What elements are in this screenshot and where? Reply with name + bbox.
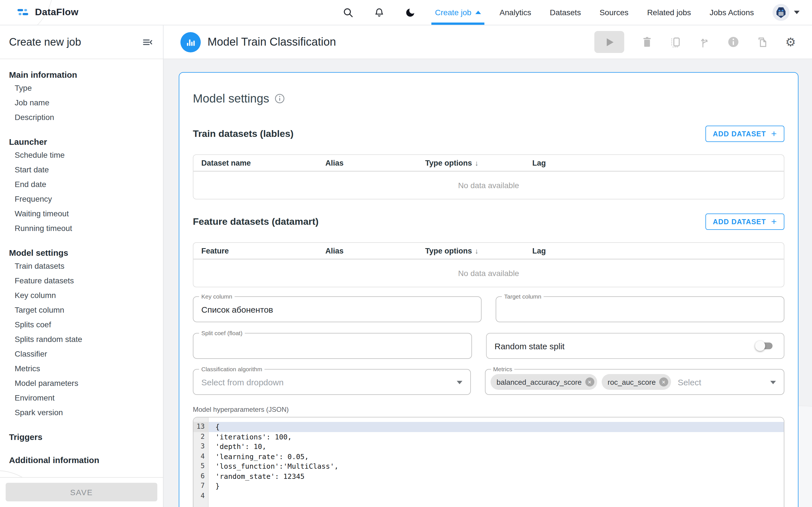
job-type-chart-icon	[181, 32, 201, 52]
remove-chip-icon[interactable]: ×	[585, 378, 594, 386]
sidebar-item-spark-version[interactable]: Spark version	[9, 405, 154, 420]
info-outline-icon[interactable]	[275, 94, 285, 104]
bell-icon[interactable]	[373, 6, 386, 18]
remove-chip-icon[interactable]: ×	[659, 378, 668, 386]
sidebar-item-feature-datasets[interactable]: Feature datasets	[9, 273, 154, 288]
tab-sources[interactable]: Sources	[599, 8, 628, 17]
json-code-editor[interactable]: 13 { 2 'iterations': 100, 3 'depth': 10,…	[193, 417, 784, 507]
moon-icon[interactable]	[404, 6, 416, 18]
metrics-placeholder: Select	[678, 377, 701, 387]
main-area: Model Train Classification	[163, 25, 812, 507]
top-navigation-bar: DataFlow Create job	[0, 0, 812, 25]
sidebar-item-running-timeout[interactable]: Running timeout	[9, 221, 154, 235]
code-line[interactable]: 4 'learning_rate': 0.05,	[193, 452, 784, 461]
save-button[interactable]: SAVE	[6, 483, 157, 501]
sort-descending-icon: ↓	[475, 246, 478, 255]
train-datasets-heading: Train datasets (lables)	[193, 128, 294, 139]
dropdown-caret-icon	[456, 381, 462, 384]
metrics-label: Metrics	[491, 365, 515, 372]
sidebar-item-start-date[interactable]: Start date	[9, 162, 154, 177]
metrics-select[interactable]: Metrics balanced_accuracy_score × roc_au…	[485, 369, 784, 395]
trash-icon[interactable]	[641, 36, 653, 48]
col-lag[interactable]: Lag	[532, 246, 784, 255]
sidebar-item-schedule-time[interactable]: Schedule time	[9, 148, 154, 162]
tab-create-job[interactable]: Create job	[435, 0, 481, 25]
collapse-sidebar-icon[interactable]	[142, 37, 153, 47]
add-feature-dataset-button[interactable]: ADD DATASET +	[705, 214, 784, 230]
col-alias[interactable]: Alias	[325, 246, 425, 255]
sidebar-item-waiting-timeout[interactable]: Waiting timeout	[9, 206, 154, 221]
tab-jobs-actions[interactable]: Jobs Actions	[710, 8, 754, 17]
sidebar-item-target-column[interactable]: Target column	[9, 302, 154, 317]
add-train-dataset-button[interactable]: ADD DATASET +	[705, 126, 784, 142]
split-coef-field[interactable]: Split coef (float)	[193, 333, 472, 359]
random-state-split-label: Random state split	[495, 341, 564, 351]
dropdown-caret-icon	[770, 381, 776, 384]
brand-name: DataFlow	[35, 7, 79, 18]
sidebar-item-metrics[interactable]: Metrics	[9, 361, 154, 376]
sidebar-item-model-parameters[interactable]: Model parameters	[9, 376, 154, 390]
code-line[interactable]: 3 'depth': 10,	[193, 442, 784, 452]
col-dataset-name[interactable]: Dataset name	[201, 159, 325, 167]
sidebar-section-additional-information: Additional information	[9, 455, 154, 466]
sidebar-footer: SAVE	[0, 477, 163, 507]
col-lag[interactable]: Lag	[532, 159, 784, 167]
sidebar-item-splits-random-state[interactable]: Splits random state	[9, 332, 154, 346]
user-menu[interactable]	[772, 4, 800, 21]
code-line[interactable]: 2 'iterations': 100,	[193, 432, 784, 442]
copy-all-icon[interactable]	[669, 36, 682, 48]
avatar	[772, 4, 790, 21]
feature-datasets-table: Feature Alias Type options ↓ Lag No data…	[193, 242, 784, 287]
add-dataset-label: ADD DATASET	[713, 130, 766, 138]
metric-chip-roc-auc-score: roc_auc_score ×	[601, 374, 671, 390]
code-line[interactable]: 13 {	[193, 422, 784, 432]
sidebar-item-classifier[interactable]: Classifier	[9, 346, 154, 361]
col-type-options[interactable]: Type options ↓	[425, 246, 532, 255]
classification-algorithm-select[interactable]: Classification algorithm Select from dro…	[193, 369, 470, 395]
sort-descending-icon: ↓	[475, 159, 478, 167]
model-settings-panel: Model settings Train datasets (lables) A…	[179, 72, 799, 507]
code-line[interactable]: 7 }	[193, 481, 784, 491]
tab-datasets[interactable]: Datasets	[550, 8, 581, 17]
col-alias[interactable]: Alias	[325, 159, 425, 167]
top-nav-items: Create job Analytics Datasets Sources Re…	[342, 0, 812, 25]
random-state-split-box: Random state split	[486, 333, 784, 359]
sidebar-item-job-name[interactable]: Job name	[9, 95, 154, 110]
random-state-split-toggle[interactable]	[757, 342, 772, 349]
tab-related-jobs[interactable]: Related jobs	[647, 8, 691, 17]
target-column-label: Target column	[502, 293, 544, 300]
key-column-label: Key column	[199, 293, 235, 300]
code-line[interactable]: 4	[193, 491, 784, 501]
active-tab-underline	[432, 22, 485, 25]
col-type-options[interactable]: Type options ↓	[425, 159, 532, 167]
sidebar-item-key-column[interactable]: Key column	[9, 288, 154, 302]
job-toolbar: ⚙	[594, 31, 797, 53]
sidebar-item-train-datasets[interactable]: Train datasets	[9, 259, 154, 273]
sidebar-item-type[interactable]: Type	[9, 80, 154, 95]
sidebar-item-enviroment[interactable]: Enviroment	[9, 390, 154, 405]
gear-icon[interactable]: ⚙	[784, 36, 797, 48]
col-feature[interactable]: Feature	[201, 246, 325, 255]
tab-analytics[interactable]: Analytics	[500, 8, 531, 17]
target-column-field[interactable]: Target column	[496, 296, 784, 322]
code-line[interactable]: 6 'random_state': 12345	[193, 471, 784, 481]
empty-state: No data available	[193, 172, 784, 199]
sidebar-section-triggers: Triggers	[9, 432, 154, 443]
sidebar-section-model-settings: Model settings	[9, 247, 154, 259]
search-icon[interactable]	[342, 6, 354, 18]
sidebar-item-splits-coef[interactable]: Splits coef	[9, 317, 154, 332]
plus-icon: +	[771, 129, 777, 138]
sidebar-item-description[interactable]: Description	[9, 110, 154, 124]
sidebar-item-frequency[interactable]: Frequency	[9, 191, 154, 206]
sidebar-item-end-date[interactable]: End date	[9, 177, 154, 191]
duplicate-icon[interactable]	[756, 36, 768, 48]
key-column-field[interactable]: Key column Список абонентов	[193, 296, 481, 322]
fork-route-icon[interactable]	[698, 36, 711, 48]
brand[interactable]: DataFlow	[0, 7, 79, 18]
code-line[interactable]: 5 'loss_function':'MultiClass',	[193, 461, 784, 471]
run-job-button[interactable]	[594, 31, 624, 53]
sidebar-create-job: Create new job Main information Type Job…	[0, 25, 163, 507]
info-icon[interactable]	[727, 36, 739, 48]
feature-datasets-heading: Feature datasets (datamart)	[193, 216, 319, 227]
chevron-down-icon	[794, 11, 800, 14]
